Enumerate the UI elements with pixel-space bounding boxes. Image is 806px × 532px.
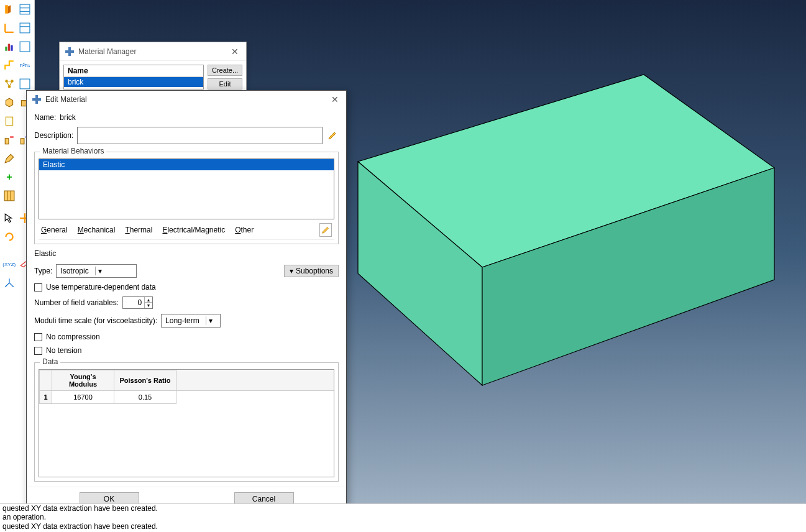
- tool-grid-icon[interactable]: [18, 2, 33, 17]
- description-label: Description:: [34, 131, 73, 140]
- svg-rect-6: [5, 47, 7, 51]
- tool-cube-icon[interactable]: [2, 95, 17, 110]
- tab-other[interactable]: Other: [235, 226, 254, 234]
- tool-math-icon[interactable]: n²n₁: [18, 58, 33, 73]
- data-legend: Data: [40, 357, 60, 366]
- suboptions-button[interactable]: ▾ Suboptions: [284, 265, 339, 277]
- edit-material-dialog: Edit Material ✕ Name: brick Description:…: [26, 90, 347, 511]
- console-line: quested XY data extraction have been cre…: [2, 522, 804, 531]
- material-manager-title: Material Manager: [78, 47, 136, 56]
- tool-model-tree-icon[interactable]: [2, 2, 17, 17]
- console-output: quested XY data extraction have been cre…: [0, 503, 806, 532]
- name-label: Name:: [34, 113, 56, 122]
- use-temp-label: Use temperature-dependent data: [46, 283, 156, 291]
- app-icon: [32, 94, 42, 104]
- tool-assembly-icon[interactable]: [2, 76, 17, 91]
- elastic-data-table[interactable]: Young's Modulus Poisson's Ratio 1 16700 …: [39, 369, 334, 477]
- svg-rect-17: [21, 139, 25, 144]
- use-temp-checkbox[interactable]: [34, 283, 42, 291]
- svg-rect-27: [32, 98, 41, 101]
- data-row[interactable]: 1 16700 0.15: [40, 391, 334, 404]
- app-root: n²n₁ +: [0, 0, 806, 532]
- no-tension-checkbox[interactable]: [34, 347, 42, 355]
- edit-description-icon[interactable]: [326, 129, 339, 142]
- row-index: 1: [40, 391, 52, 404]
- edit-material-title: Edit Material: [45, 95, 87, 104]
- tool-grid2-icon[interactable]: [18, 21, 33, 35]
- field-vars-label: Number of field variables:: [34, 298, 119, 307]
- create-material-button[interactable]: Create...: [208, 65, 242, 76]
- tool-sheet-icon[interactable]: [2, 114, 17, 129]
- tool-rotate-icon[interactable]: [2, 229, 17, 244]
- console-line: an operation.: [2, 513, 804, 521]
- edit-material-titlebar[interactable]: Edit Material ✕: [27, 91, 346, 108]
- youngs-modulus-cell[interactable]: 16700: [52, 391, 114, 404]
- svg-rect-15: [6, 117, 12, 126]
- tool-axes-icon[interactable]: [2, 275, 17, 290]
- behavior-item-elastic[interactable]: Elastic: [39, 159, 334, 170]
- svg-rect-13: [20, 79, 30, 89]
- tool-pencil-icon[interactable]: [2, 151, 17, 166]
- tool-bars-icon[interactable]: [2, 39, 17, 54]
- material-manager-close-icon[interactable]: ✕: [229, 47, 241, 57]
- tool-axis-icon[interactable]: [2, 21, 17, 35]
- poissons-ratio-header: Poisson's Ratio: [114, 370, 176, 391]
- tool-mesh-icon[interactable]: [2, 188, 17, 203]
- elastic-section-label: Elastic: [34, 249, 339, 258]
- svg-rect-0: [5, 5, 8, 14]
- poissons-ratio-cell[interactable]: 0.15: [114, 391, 176, 404]
- svg-rect-16: [5, 139, 9, 144]
- edit-behaviors-icon[interactable]: [319, 223, 332, 237]
- tab-mechanical[interactable]: Mechanical: [78, 226, 116, 234]
- row-number-header: [40, 370, 52, 391]
- material-list[interactable]: Name brick: [63, 65, 204, 89]
- tab-general[interactable]: General: [41, 226, 68, 234]
- spin-down-icon[interactable]: ▼: [145, 303, 152, 308]
- svg-rect-4: [20, 23, 30, 33]
- no-compression-label: No compression: [46, 332, 100, 341]
- behavior-category-tabs: General Mechanical Thermal Electrical/Ma…: [39, 219, 334, 240]
- edit-material-close-icon[interactable]: ✕: [329, 94, 341, 104]
- svg-rect-7: [8, 44, 10, 51]
- tab-thermal[interactable]: Thermal: [125, 226, 152, 234]
- behaviors-legend: Material Behaviors: [40, 147, 106, 155]
- description-input[interactable]: [77, 127, 323, 144]
- tool-model1-icon[interactable]: [2, 132, 17, 147]
- chevron-down-icon: ▾: [95, 267, 102, 275]
- material-list-header: Name: [64, 65, 203, 77]
- caret-down-icon: ▾: [290, 267, 293, 275]
- chevron-down-icon: ▾: [206, 316, 213, 325]
- moduli-label: Moduli time scale (for viscoelasticity):: [34, 316, 157, 325]
- tool-grid3-icon[interactable]: [18, 39, 33, 54]
- svg-rect-9: [20, 42, 30, 52]
- material-manager-titlebar[interactable]: Material Manager ✕: [60, 42, 246, 61]
- tool-add-icon[interactable]: +: [2, 170, 17, 185]
- moduli-combo-value: Long-term: [165, 316, 199, 325]
- behavior-list[interactable]: Elastic: [39, 158, 334, 219]
- field-vars-spinner[interactable]: ▲▼: [122, 296, 153, 309]
- name-value: brick: [60, 113, 75, 122]
- tool-pointer-icon[interactable]: [2, 211, 17, 226]
- type-combo[interactable]: Isotropic ▾: [56, 264, 137, 278]
- tool-grid4-icon[interactable]: [18, 76, 33, 91]
- tab-electrical[interactable]: Electrical/Magnetic: [162, 226, 225, 234]
- type-label: Type:: [34, 267, 52, 275]
- field-vars-input[interactable]: [123, 297, 144, 308]
- spin-up-icon[interactable]: ▲: [145, 297, 152, 303]
- no-tension-label: No tension: [46, 346, 81, 355]
- svg-rect-1: [20, 4, 30, 14]
- svg-rect-8: [11, 45, 12, 51]
- moduli-combo[interactable]: Long-term ▾: [161, 314, 221, 328]
- type-combo-value: Isotropic: [60, 267, 88, 275]
- svg-rect-25: [65, 50, 74, 53]
- no-compression-checkbox[interactable]: [34, 333, 42, 341]
- app-icon: [65, 47, 75, 57]
- material-list-item-selected[interactable]: brick: [64, 77, 203, 87]
- youngs-modulus-header: Young's Modulus: [52, 370, 114, 391]
- edit-material-button[interactable]: Edit: [208, 78, 242, 89]
- tool-xyz-icon[interactable]: (XYZ): [2, 257, 17, 272]
- console-line: quested XY data extraction have been cre…: [2, 504, 804, 513]
- svg-rect-18: [4, 191, 14, 201]
- tool-step-icon[interactable]: [2, 58, 17, 73]
